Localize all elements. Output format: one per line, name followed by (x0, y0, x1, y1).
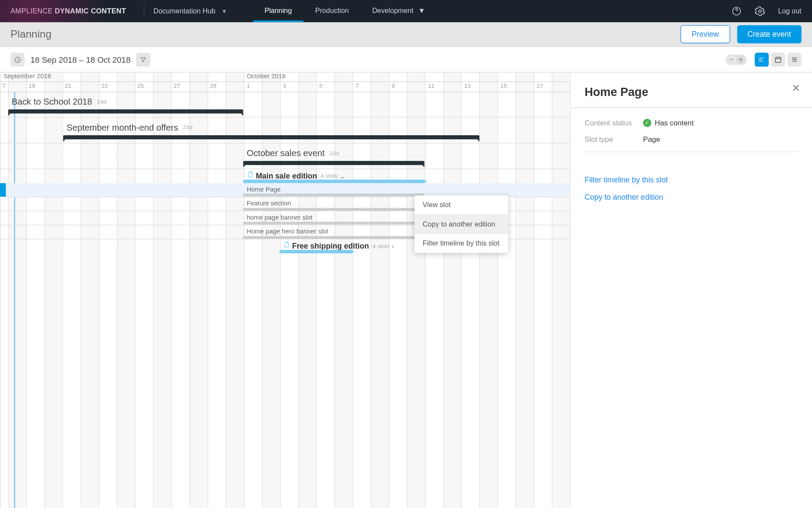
day-tick: 7 (0, 83, 18, 89)
day-tick: 11 (425, 83, 444, 89)
nav-production[interactable]: Production (304, 0, 361, 22)
sub-header: Planning Preview Create event (0, 22, 812, 47)
row-selection-indicator (0, 183, 6, 197)
month-label: October 2018 (243, 73, 285, 80)
edition-slot-count: 4 slots (320, 173, 337, 179)
nav-planning[interactable]: Planning (253, 0, 303, 22)
day-tick: 29 (207, 83, 225, 89)
inspector-title: Home Page (585, 86, 798, 99)
nav-development[interactable]: Development ▼ (361, 0, 437, 22)
slot-bar[interactable] (243, 236, 425, 239)
zoom-control: − + (726, 54, 747, 64)
settings-icon[interactable] (755, 6, 765, 16)
zoom-in-button[interactable]: + (736, 55, 745, 64)
event-duration: 19d (97, 98, 107, 105)
logout-link[interactable]: Log out (778, 7, 801, 15)
day-tick: 23 (99, 83, 117, 89)
chevron-right-icon[interactable]: › (391, 242, 393, 250)
slot-bar[interactable] (243, 194, 425, 197)
chevron-down-icon[interactable]: ⌄ (339, 172, 346, 180)
edition-bar[interactable] (279, 250, 352, 253)
edition-title: Main sale edition 4 slots (256, 172, 337, 180)
inspector-copy-link[interactable]: Copy to another edition (585, 192, 798, 201)
create-event-button[interactable]: Create event (737, 25, 801, 43)
event-row[interactable]: September month-end offers23d (0, 118, 570, 144)
event-row[interactable]: Back to School 201819d (0, 92, 570, 118)
slot-title: Home Page (247, 185, 281, 192)
event-duration: 23d (183, 124, 193, 131)
view-calendar-button[interactable] (771, 52, 785, 66)
slot-bar[interactable] (243, 222, 425, 225)
view-list-button[interactable] (787, 52, 801, 66)
event-bar[interactable] (63, 135, 479, 139)
day-tick: 1 (244, 83, 263, 89)
ctx-copy-to-edition[interactable]: Copy to another edition (415, 215, 508, 233)
ctx-filter-timeline[interactable]: Filter timeline by this slot (415, 234, 508, 252)
day-tick: 13 (462, 83, 480, 89)
hub-selector-label: Documentation Hub (153, 7, 216, 15)
day-tick: 7 (353, 83, 371, 89)
timeline-toolbar: 18 Sep 2018 – 18 Oct 2018 − + (0, 47, 812, 73)
svg-rect-3 (775, 57, 781, 62)
label-content-status: Content status (585, 119, 643, 127)
primary-nav: Planning Production Development ▼ (253, 0, 437, 22)
day-tick: 9 (389, 83, 407, 89)
hub-selector[interactable]: Documentation Hub ▼ (153, 7, 227, 15)
edition-title: Free shipping edition 4 slots (292, 242, 389, 250)
day-tick: 25 (135, 83, 153, 89)
inspector-panel: ✕ Home Page Content status ✓ Has content… (571, 73, 812, 508)
slot-context-menu: View slot Copy to another edition Filter… (415, 195, 508, 253)
slot-title: Home page hero banner slot (247, 228, 328, 235)
edition-slot-count: 4 slots (372, 243, 389, 249)
preview-button[interactable]: Preview (681, 25, 730, 43)
inspector-filter-link[interactable]: Filter timeline by this slot (585, 176, 798, 184)
help-icon[interactable] (731, 6, 742, 16)
brand: AMPLIENCE DYNAMIC CONTENT (10, 7, 126, 15)
caret-down-icon: ▼ (418, 6, 425, 14)
day-tick: 19 (26, 83, 44, 89)
event-duration: 10d (330, 150, 339, 156)
day-tick: 3 (281, 83, 299, 89)
filter-button[interactable] (136, 52, 150, 66)
event-title: October sales event (247, 148, 325, 158)
caret-down-icon: ▼ (221, 8, 227, 14)
edition-row[interactable]: Main sale edition 4 slots ⌄ (0, 169, 570, 183)
close-icon[interactable]: ✕ (792, 82, 800, 95)
view-timeline-button[interactable] (755, 52, 768, 66)
label-slot-type: Slot type (585, 135, 643, 144)
slot-title: Feature section (247, 200, 291, 207)
svg-point-1 (758, 10, 761, 13)
day-tick: 15 (498, 83, 516, 89)
value-content-status: Has content (655, 119, 694, 127)
event-title: Back to School 2018 (12, 96, 92, 106)
edition-bar[interactable] (243, 180, 425, 183)
status-has-content-icon: ✓ (643, 119, 651, 127)
zoom-out-button[interactable]: − (726, 55, 736, 64)
event-bar[interactable] (243, 161, 425, 165)
topbar: AMPLIENCE DYNAMIC CONTENT Documentation … (0, 0, 812, 22)
month-label: September 2018 (0, 73, 51, 80)
page-title: Planning (10, 28, 51, 40)
day-tick: 5 (317, 83, 335, 89)
timeline[interactable]: September 2018October 2018 7192123252729… (0, 73, 571, 508)
date-range[interactable]: 18 Sep 2018 – 18 Oct 2018 (30, 55, 130, 64)
slot-title: home page banner slot (247, 214, 312, 220)
slot-bar[interactable] (243, 208, 425, 211)
clock-icon[interactable] (10, 52, 24, 66)
event-title: September month-end offers (67, 122, 178, 132)
ctx-view-slot[interactable]: View slot (415, 195, 508, 214)
event-row[interactable]: October sales event10d (0, 144, 570, 169)
event-bar[interactable] (8, 109, 243, 113)
divider (143, 4, 144, 18)
day-tick: 21 (63, 83, 81, 89)
day-tick: 17 (534, 83, 552, 89)
day-tick: 27 (171, 83, 190, 89)
value-slot-type: Page (643, 135, 660, 144)
